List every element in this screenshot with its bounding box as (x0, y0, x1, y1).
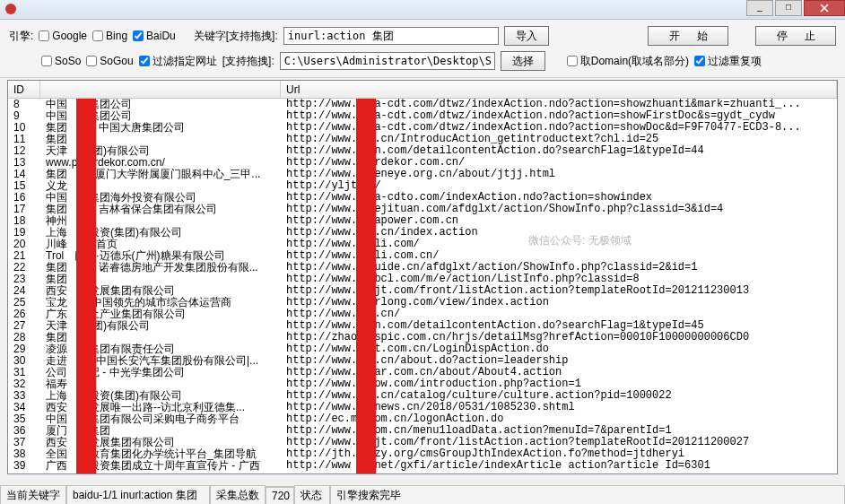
table-row[interactable]: 30走进 安--中国长安汽车集团股份有限公司|...http://www.c .… (8, 355, 837, 367)
table-row[interactable]: 37西安 东发展集团有限公司http://www.x jt.com/front/… (8, 437, 837, 448)
cell-id: 30 (8, 355, 40, 367)
cell-id: 8 (8, 99, 40, 110)
cell-id: 20 (8, 239, 40, 250)
table-row[interactable]: 15义龙 团http://yljt n/ (8, 180, 837, 192)
table-row[interactable]: 25宝龙 产,中国领先的城市综合体运营商http://www.p rlong.c… (8, 297, 837, 308)
cell-id: 24 (8, 285, 40, 297)
cell-id: 9 (8, 110, 40, 122)
status-state-value: 引擎搜索完毕 (330, 485, 845, 504)
table-row[interactable]: 36厦门 游集团http://www.x om.cn/menu1loadData… (8, 425, 837, 437)
status-state-label: 状态 (294, 485, 330, 504)
path-input[interactable] (280, 52, 495, 70)
app-icon (4, 2, 18, 16)
svg-point-0 (5, 4, 16, 14)
table-row[interactable]: 18神州 业http://www.u apower.com.cn (8, 215, 837, 227)
statusbar: 当前关键字 baidu-1/1 inurl:action 集团 采集总数 720… (0, 486, 845, 504)
maximize-button[interactable]: □ (775, 0, 802, 16)
keyword-input[interactable] (283, 27, 499, 45)
col-id[interactable]: ID (8, 81, 40, 98)
filter-dup-checkbox[interactable]: 过滤重复项 (694, 54, 762, 69)
engine-label: 引擎: (9, 29, 33, 44)
table-row[interactable]: 39广西 融投资集团成立十周年直宣传片 - 广西http://www g net… (8, 460, 837, 472)
cell-id: 16 (8, 192, 40, 204)
cell-id: 37 (8, 437, 40, 448)
table-row[interactable]: 38全国 业教育集团化办学统计平台_集团导航http://jth.c zy.or… (8, 448, 837, 460)
table-row[interactable]: 28集团 介http://zhaop spic.com.cn/hrjs/deta… (8, 332, 837, 343)
cell-id: 12 (8, 145, 40, 157)
support-drag-label: [支持拖拽]: (222, 54, 274, 69)
table-row[interactable]: 32福寿 团http://www.f ow.com/introduction.p… (8, 378, 837, 390)
redaction-bar-2 (356, 81, 376, 474)
result-list: ID Url 微信公众号: 无极领域 8中国 唐集团公司http://www.c… (7, 80, 838, 474)
status-kw-value: baidu-1/1 inurl:action 集团 (66, 485, 210, 504)
table-row[interactable]: 27天津 (集团)有限公司http://www.p n.com/detailco… (8, 320, 837, 332)
cell-id: 22 (8, 262, 40, 274)
table-row[interactable]: 19上海 业投资(集团)有限公司http://www.s .cn/index.a… (8, 227, 837, 239)
cell-id: 33 (8, 390, 40, 402)
table-row[interactable]: 12天津 (集团)有限公司http://www.p n.com/detailco… (8, 145, 837, 157)
cell-id: 39 (8, 460, 40, 472)
titlebar: _ □ (0, 0, 845, 20)
cell-id: 27 (8, 320, 40, 332)
filter-url-checkbox[interactable]: 过滤指定网址 (139, 54, 217, 69)
status-kw-label: 当前关键字 (0, 485, 66, 504)
cell-id: 32 (8, 378, 40, 390)
keyword-label: 关键字[支持拖拽]: (194, 29, 278, 44)
cell-id: 35 (8, 413, 40, 425)
cell-id: 25 (8, 297, 40, 308)
engine-bing[interactable]: Bing (92, 30, 127, 42)
cell-id: 19 (8, 227, 40, 239)
table-row[interactable]: 35中国 矿集团有限公司采购电子商务平台http://ec.mc om.cn/l… (8, 413, 837, 425)
engine-baidu[interactable]: BaiDu (133, 30, 176, 42)
table-row[interactable]: 14集团 介_厦门大学附属厦门眼科中心_三甲...http://www.x en… (8, 169, 837, 180)
list-header: ID Url (8, 81, 837, 99)
engine-sogou[interactable]: SoGou (86, 55, 133, 67)
table-row[interactable]: 13www.p erdekor.com.cn/http://www.p rdek… (8, 157, 837, 169)
table-row[interactable]: 11集团 绍http://www.l .cn/IntroducAction_ge… (8, 134, 837, 145)
table-row[interactable]: 21Trol 口力·迈德乐(广州)糖果有限公司http://www.t li.c… (8, 250, 837, 262)
table-row[interactable]: 33上海 业投资(集团)有限公司http://www.s .cn/catalog… (8, 390, 837, 402)
table-row[interactable]: 8中国 唐集团公司http://www.c a-cdt.com/dtwz/ind… (8, 99, 837, 110)
engine-soso[interactable]: SoSo (41, 55, 81, 67)
cell-id: 38 (8, 448, 40, 460)
engine-google[interactable]: Google (39, 30, 87, 42)
cell-id: 10 (8, 122, 40, 134)
table-row[interactable]: 22集团 介 - 诺睿德房地产开发集团股份有限...http://www.n u… (8, 262, 837, 274)
list-body[interactable]: 8中国 唐集团公司http://www.c a-cdt.com/dtwz/ind… (8, 99, 837, 474)
redaction-bar-1 (76, 81, 96, 474)
table-row[interactable]: 26广东 稀土产业集团有限公司http://www.g .cn/ (8, 308, 837, 320)
cell-id: 14 (8, 169, 40, 180)
start-button[interactable]: 开 始 (648, 26, 728, 46)
col-name[interactable] (40, 81, 281, 98)
cell-id: 11 (8, 134, 40, 145)
cell-id: 34 (8, 402, 40, 413)
toolbar: 引擎: Google Bing BaiDu 关键字[支持拖拽]: 导入 开 始 … (0, 20, 845, 78)
cell-id: 21 (8, 250, 40, 262)
cell-id: 18 (8, 215, 40, 227)
cell-id: 36 (8, 425, 40, 437)
table-row[interactable]: 9中国 唐集团公司http://www.c a-cdt.com/dtwz/ind… (8, 110, 837, 122)
import-button[interactable]: 导入 (504, 26, 549, 46)
status-total-value: 720 (266, 487, 294, 505)
table-row[interactable]: 16中国 唐集团海外投资有限公司http://www.c a-cdto.com/… (8, 192, 837, 204)
cell-id: 15 (8, 180, 40, 192)
status-total-label: 采集总数 (210, 485, 266, 504)
take-domain-checkbox[interactable]: 取Domain(取域名部分) (567, 54, 689, 69)
cell-id: 23 (8, 274, 40, 285)
cell-id: 17 (8, 204, 40, 215)
cell-id: 29 (8, 343, 40, 355)
table-row[interactable]: 17集团 介 - 吉林省保合集团有限公司http://www.b ejituan… (8, 204, 837, 215)
table-row[interactable]: 29凌源 铁集团有限责任公司http://www.l t.com.cn/Logi… (8, 343, 837, 355)
col-url[interactable]: Url (281, 81, 837, 98)
select-button[interactable]: 选择 (501, 51, 545, 71)
table-row[interactable]: 10集团 闻 - 中国大唐集团公司http://www.c a-cdt.com/… (8, 122, 837, 134)
table-row[interactable]: 20川峰 团)-首页http://www.g li.com/ (8, 239, 837, 250)
table-row[interactable]: 31公司 事记 - 中光学集团公司http://www.c ar.com.cn/… (8, 367, 837, 378)
table-row[interactable]: 24西安 东发展集团有限公司http://www.x jt.com/front/… (8, 285, 837, 297)
stop-button[interactable]: 停 止 (755, 26, 836, 46)
table-row[interactable]: 23集团 介http://www.s bcl.com/m/e/action/Li… (8, 274, 837, 285)
cell-id: 28 (8, 332, 40, 343)
table-row[interactable]: 34西安 所发展唯一出路--访北京利亚德集...http://www.0 new… (8, 402, 837, 413)
close-button[interactable] (804, 0, 845, 16)
minimize-button[interactable]: _ (746, 0, 773, 16)
